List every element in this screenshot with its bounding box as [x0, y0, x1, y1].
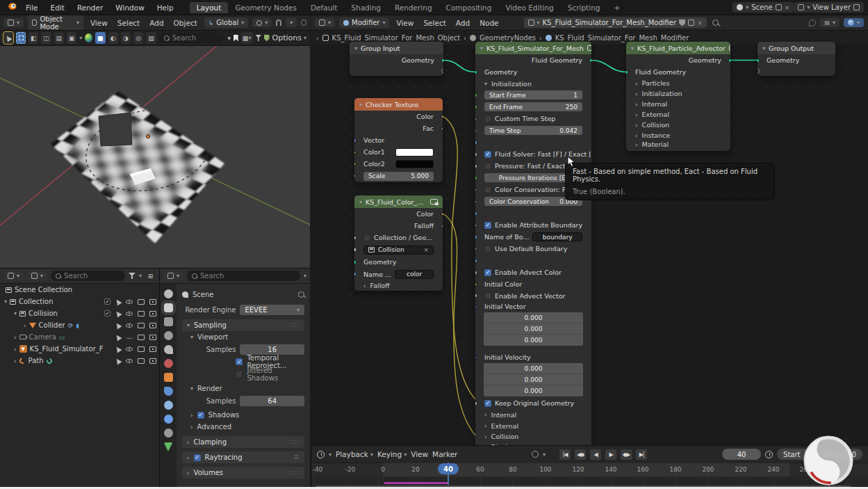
breadcrumb-collapse-icon[interactable]: ›	[316, 35, 319, 42]
socket-color2-input[interactable]	[354, 161, 357, 166]
socket-fluid-geometry-input[interactable]	[626, 70, 628, 74]
panel-instance[interactable]: ›Instance	[626, 130, 730, 141]
custom-time-step-checkbox[interactable]	[484, 115, 491, 122]
color1-swatch[interactable]	[395, 148, 434, 157]
viewport-menu-select[interactable]: Select	[115, 19, 142, 27]
socket-fac-output[interactable]	[441, 125, 443, 131]
select-mode-5-button[interactable]: ▣	[67, 32, 76, 44]
pressure-checkbox[interactable]	[484, 163, 491, 170]
select-mode-3-button[interactable]: ◫	[41, 32, 51, 44]
viewport-rendered-shading-button[interactable]: ◑	[121, 32, 131, 44]
shading-dropdown[interactable]: ▾	[844, 18, 864, 27]
hide-eye-icon[interactable]	[126, 347, 133, 351]
outliner-row-collision[interactable]: ▾ Collision ✓	[0, 307, 159, 319]
socket-name-input[interactable]	[354, 272, 357, 277]
socket-fluid-solver[interactable]	[475, 152, 477, 157]
options-button[interactable]: Options▾	[272, 33, 306, 42]
properties-editor-type-button[interactable]: ▾	[163, 271, 183, 280]
unlink-icon[interactable]: ×	[697, 19, 703, 26]
viewport-menu-view[interactable]: View	[88, 19, 110, 27]
socket-end-frame[interactable]	[475, 104, 477, 109]
tab-particles[interactable]	[164, 401, 173, 410]
socket-collection-input[interactable]	[354, 248, 357, 252]
node-fluid-simulator[interactable]: ▾KS_Fluid_Simulator_For_Mesh Fluid Geome…	[475, 42, 591, 445]
collection-field[interactable]: Collision×	[363, 246, 434, 255]
editor-type-button[interactable]: ▾	[315, 18, 335, 27]
panel-internal[interactable]: ›Internal	[475, 409, 591, 420]
pin-icon[interactable]	[712, 19, 719, 26]
menu-marker[interactable]: Marker	[432, 450, 457, 458]
socket-enable-advect-vector[interactable]	[475, 294, 477, 298]
selectable-icon[interactable]	[114, 310, 122, 317]
render-disable-icon[interactable]	[149, 311, 156, 316]
copy-icon[interactable]	[688, 19, 694, 26]
snap-magnet-icon[interactable]	[276, 19, 281, 26]
scene-selector[interactable]: ▾ Scene ×	[732, 2, 794, 13]
gizmo-dropdown-icon[interactable]: ▾	[227, 35, 231, 42]
socket-time-step[interactable]	[475, 127, 477, 133]
socket-geometry-input[interactable]	[758, 58, 760, 63]
viewport-samples-field[interactable]: 16	[240, 344, 304, 355]
scale-slider[interactable]: Scale5.000	[363, 172, 434, 181]
menu-render[interactable]: Render	[71, 3, 109, 12]
overlays-toggle-button[interactable]: ▩▾	[241, 32, 253, 44]
hide-eye-icon[interactable]	[126, 359, 133, 363]
viewport-search[interactable]	[159, 33, 225, 43]
temporal-reprojection-checkbox[interactable]: ✓	[236, 358, 243, 365]
socket-vector-input[interactable]	[354, 138, 357, 143]
breadcrumb-object[interactable]: KS_Fluid_Simulator_For_Mesh_Object	[332, 34, 461, 42]
play-button[interactable]: ▶	[605, 449, 616, 460]
tab-object[interactable]	[164, 373, 173, 382]
socket-fluid-geometry-output[interactable]	[589, 58, 591, 63]
socket-color-output[interactable]	[441, 211, 443, 216]
next-keyframe-button[interactable]: ◆▶	[621, 449, 632, 460]
enable-attribute-boundary-checkbox[interactable]: ✓	[484, 222, 491, 229]
viewport-material-shading-button[interactable]: ◐	[108, 32, 118, 44]
menu-playback[interactable]: Playback▾	[336, 450, 373, 458]
node-group-output[interactable]: ▾Group Output Geometry	[758, 42, 835, 76]
workspace-tab-rendering[interactable]: Rendering	[388, 2, 439, 13]
socket-separator[interactable]	[475, 140, 477, 145]
socket-color-output[interactable]	[441, 113, 443, 119]
panel-collision[interactable]: ›Collision	[626, 120, 730, 130]
socket-start-frame[interactable]	[475, 93, 477, 97]
render-engine-dropdown[interactable]: EEVEE▾	[240, 305, 304, 315]
filter-funnel-icon[interactable]	[129, 273, 136, 279]
color2-swatch[interactable]	[395, 160, 434, 168]
hide-eye-closed-icon[interactable]	[126, 335, 133, 339]
viewport-wireframe-button[interactable]: ◎	[133, 32, 143, 44]
socket-color-conservation[interactable]	[475, 198, 477, 204]
panel-external[interactable]: ›External	[626, 109, 730, 120]
workspace-tab-geometry-nodes[interactable]: Geometry Nodes	[228, 2, 304, 13]
expand-icon[interactable]: ▾	[4, 298, 7, 305]
section-sampling[interactable]: ▾Sampling::::	[182, 319, 304, 331]
section-volumes[interactable]: ›Volumes::::	[182, 467, 304, 479]
tab-constraints[interactable]	[164, 428, 173, 438]
viewport-search-input[interactable]	[172, 34, 220, 42]
expand-icon[interactable]: ›	[14, 358, 17, 364]
name-field[interactable]: color	[395, 270, 434, 279]
node-menu-node[interactable]: Node	[477, 19, 501, 27]
socket-pressure-iterations[interactable]	[475, 175, 477, 180]
transform-orientation-dropdown[interactable]: ↳Global▾	[204, 17, 248, 28]
menu-view[interactable]: View	[411, 450, 428, 458]
outliner-row-collider[interactable]: › Collider ⟳ ◖	[0, 319, 159, 331]
viewport-disable-icon[interactable]	[138, 323, 145, 328]
pin-icon[interactable]	[298, 291, 304, 298]
raytracing-checkbox[interactable]: ✓	[194, 454, 201, 461]
socket-geometry-input[interactable]	[354, 259, 357, 264]
node-group-input[interactable]: ▾Group Input Geometry	[350, 42, 443, 76]
subsection-render[interactable]: ▾Render	[182, 383, 304, 394]
copy-icon[interactable]	[776, 4, 782, 10]
fake-user-shield-icon[interactable]	[679, 19, 685, 26]
node-menu-select[interactable]: Select	[420, 19, 448, 27]
node-tree-type-dropdown[interactable]: Modifier▾	[339, 17, 389, 28]
viewport-solid-shading-button[interactable]: ■	[95, 32, 105, 44]
current-frame-field[interactable]: 40	[722, 449, 761, 460]
panel-internal[interactable]: ›Internal	[626, 99, 730, 109]
mode-dropdown[interactable]: Object Mode▾	[28, 15, 83, 31]
menu-window[interactable]: Window	[109, 3, 150, 12]
workspace-tab-video-editing[interactable]: Video Editing	[498, 2, 560, 13]
properties-search-input[interactable]	[200, 272, 295, 280]
current-frame-badge[interactable]: 40	[438, 463, 459, 474]
